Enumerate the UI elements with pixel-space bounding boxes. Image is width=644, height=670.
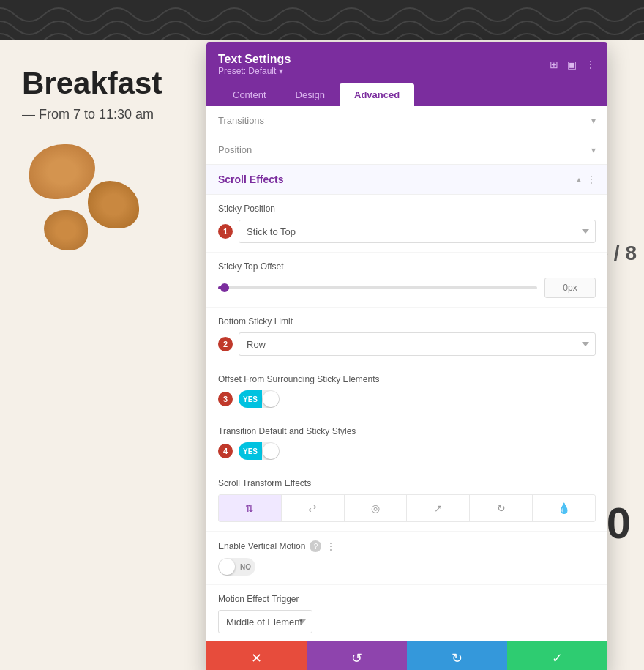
sticky-position-section: Sticky Position 1 Stick to Top Stick to … <box>206 195 607 253</box>
sticky-top-offset-label: Sticky Top Offset <box>218 261 596 272</box>
transitions-arrow: ▾ <box>591 116 596 126</box>
no-toggle-handle <box>219 559 235 575</box>
vertical-motion-help-icon[interactable]: ? <box>310 540 321 552</box>
confirm-button[interactable]: ✓ <box>507 641 607 670</box>
motion-trigger-section: Motion Effect Trigger Middle of Element … <box>206 585 607 643</box>
bottom-sticky-limit-section: Bottom Sticky Limit 2 Row Section None <box>206 308 607 365</box>
position-label: Position <box>218 144 252 155</box>
transform-scale-icon[interactable]: ↗ <box>407 495 470 521</box>
transition-toggle-yes: YES <box>239 442 262 460</box>
scroll-effects-header[interactable]: Scroll Effects ▴ ⋮ <box>206 165 607 195</box>
bottom-toolbar: ✕ ↺ ↻ ✓ <box>206 641 607 670</box>
vertical-motion-toggle[interactable]: NO <box>218 558 255 576</box>
sticky-offset-value[interactable]: 0px <box>544 278 596 298</box>
position-section[interactable]: Position ▾ <box>206 135 607 165</box>
bottom-sticky-limit-label: Bottom Sticky Limit <box>218 316 596 327</box>
sticky-offset-slider[interactable] <box>218 286 537 289</box>
tab-content[interactable]: Content <box>218 83 281 106</box>
scroll-transform-section: Scroll Transform Effects ⇅ ⇄ ◎ ↗ ↻ 💧 <box>206 469 607 532</box>
vertical-motion-section: Enable Vertical Motion ? ⋮ NO <box>206 532 607 585</box>
scroll-effects-title: Scroll Effects <box>218 174 283 185</box>
fullscreen-icon[interactable]: ⊞ <box>550 59 558 70</box>
badge-1: 1 <box>218 224 233 239</box>
sticky-position-select[interactable]: Stick to Top Stick to Bottom None <box>239 220 596 243</box>
transitions-section[interactable]: Transitions ▾ <box>206 106 607 135</box>
offset-surrounding-toggle[interactable]: YES <box>239 390 280 408</box>
offset-surrounding-label: Offset From Surrounding Sticky Elements <box>218 374 596 384</box>
transform-fade-icon[interactable]: ◎ <box>345 495 408 521</box>
sticky-position-label: Sticky Position <box>218 204 596 214</box>
transition-toggle-handle <box>263 443 279 459</box>
panel-preset[interactable]: Preset: Default ▾ <box>218 66 291 76</box>
vertical-motion-more-icon[interactable]: ⋮ <box>326 540 336 552</box>
scroll-effects-more[interactable]: ⋮ <box>587 174 596 185</box>
cancel-button[interactable]: ✕ <box>206 641 307 670</box>
settings-panel: Text Settings Preset: Default ▾ ⊞ ▣ ⋮ Co… <box>206 42 607 670</box>
motion-trigger-select[interactable]: Middle of Element Top of Element Bottom … <box>218 610 312 633</box>
motion-trigger-label: Motion Effect Trigger <box>218 594 596 604</box>
scroll-transform-label: Scroll Transform Effects <box>218 478 596 488</box>
redo-button[interactable]: ↻ <box>407 641 507 670</box>
badge-3: 3 <box>218 392 233 406</box>
bottom-sticky-limit-select[interactable]: Row Section None <box>239 332 596 356</box>
transition-default-toggle[interactable]: YES <box>239 442 280 460</box>
panel-body: Transitions ▾ Position ▾ Scroll Effects … <box>206 106 607 670</box>
transform-rotate-icon[interactable]: ↻ <box>470 495 533 521</box>
transition-default-section: Transition Default and Sticky Styles 4 Y… <box>206 417 607 469</box>
panel-title: Text Settings <box>218 53 291 66</box>
transition-default-label: Transition Default and Sticky Styles <box>218 426 596 436</box>
cookie-image <box>22 137 154 254</box>
more-icon[interactable]: ⋮ <box>585 59 596 70</box>
page-title: Breakfast <box>22 66 162 101</box>
badge-2: 2 <box>218 337 233 351</box>
badge-4: 4 <box>218 444 233 458</box>
transform-buttons: ⇅ ⇄ ◎ ↗ ↻ 💧 <box>218 494 596 522</box>
transitions-label: Transitions <box>218 115 264 126</box>
big-number: 0 <box>607 498 631 548</box>
sticky-top-offset-section: Sticky Top Offset 0px <box>206 253 607 308</box>
tab-design[interactable]: Design <box>281 83 340 106</box>
top-pattern <box>0 0 644 40</box>
transform-blur-icon[interactable]: 💧 <box>533 495 595 521</box>
undo-button[interactable]: ↺ <box>307 641 407 670</box>
transform-horizontal-icon[interactable]: ⇄ <box>282 495 345 521</box>
offset-surrounding-section: Offset From Surrounding Sticky Elements … <box>206 365 607 417</box>
toggle-yes-label: YES <box>239 390 262 408</box>
page-subtitle: — From 7 to 11:30 am <box>22 107 162 122</box>
layout-icon[interactable]: ▣ <box>567 59 577 70</box>
toggle-handle <box>263 391 279 407</box>
position-arrow: ▾ <box>591 145 596 155</box>
transform-vertical-icon[interactable]: ⇅ <box>219 495 282 521</box>
scroll-effects-collapse[interactable]: ▴ <box>577 174 581 185</box>
panel-header: Text Settings Preset: Default ▾ ⊞ ▣ ⋮ Co… <box>206 42 607 106</box>
tab-advanced[interactable]: Advanced <box>340 83 414 106</box>
vertical-motion-label: Enable Vertical Motion <box>218 541 305 551</box>
toggle-no-label: NO <box>236 558 255 576</box>
